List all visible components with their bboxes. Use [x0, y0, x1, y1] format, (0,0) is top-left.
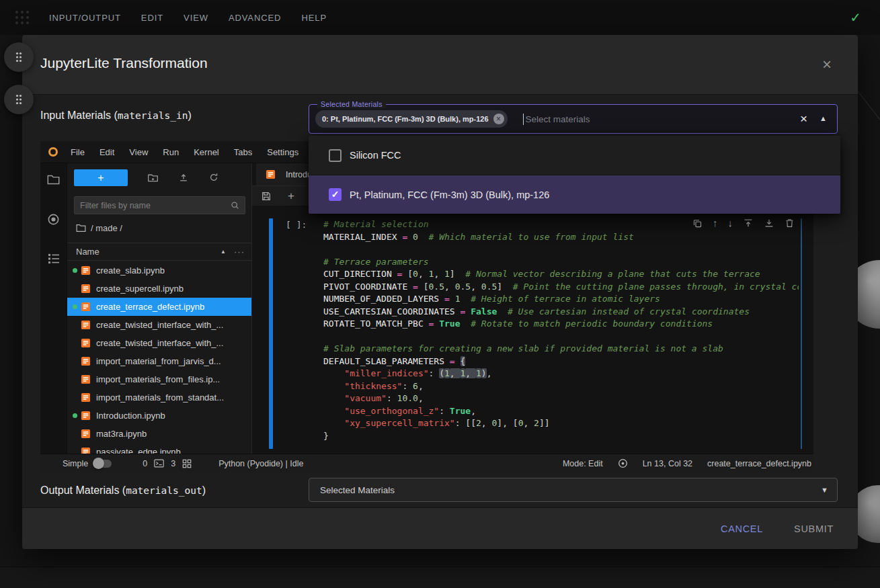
text-cursor: [523, 114, 524, 125]
file-item[interactable]: import_materials_from_files.ip...: [67, 370, 251, 388]
simple-mode-toggle[interactable]: [95, 460, 112, 468]
menu-item-help[interactable]: HELP: [301, 13, 327, 23]
new-launcher-button[interactable]: +: [74, 169, 128, 186]
file-browser-toolbar: +: [67, 163, 251, 192]
file-item[interactable]: import_material_from_jarvis_d...: [67, 352, 251, 370]
duplicate-cell-icon[interactable]: [692, 218, 703, 228]
material-option[interactable]: ✓Pt, Platinum, FCC (Fm-3m) 3D (Bulk), mp…: [309, 175, 840, 214]
menu-item-input-output[interactable]: INPUT/OUTPUT: [49, 13, 121, 23]
output-materials-select[interactable]: Selected Materials ▼: [309, 478, 838, 502]
chip-delete-icon[interactable]: ×: [493, 114, 504, 124]
jupyter-menu-view[interactable]: View: [122, 147, 155, 157]
insert-cell-below-icon[interactable]: [764, 218, 774, 228]
collapse-dropdown-icon[interactable]: ▲: [819, 114, 827, 122]
material-chip[interactable]: 0: Pt, Platinum, FCC (Fm-3m) 3D (Bulk), …: [315, 110, 508, 128]
dialog-title: JupyterLite Transformation: [40, 55, 208, 71]
table-of-contents-icon[interactable]: [48, 253, 60, 264]
file-name: create_twisted_interface_with_...: [96, 338, 227, 348]
filter-files-input[interactable]: Filter files by name: [74, 196, 245, 214]
combobox-placeholder[interactable]: Select materials: [526, 114, 590, 124]
code-cell[interactable]: [ ]: # Material selectionMATERIAL_INDEX …: [252, 206, 813, 454]
close-icon[interactable]: ×: [822, 55, 832, 74]
menu-item-edit[interactable]: EDIT: [141, 13, 163, 23]
file-item[interactable]: Introduction.ipynb: [67, 407, 251, 425]
submit-button[interactable]: SUBMIT: [794, 523, 834, 534]
refresh-icon[interactable]: [208, 172, 219, 183]
jupyter-statusbar: Simple 0 3 Python (Pyodide) | Idle Mode:…: [40, 454, 813, 472]
file-name: create_supercell.ipynb: [96, 284, 188, 294]
move-cell-up-icon[interactable]: ↑: [713, 218, 718, 228]
file-item[interactable]: mat3ra.ipynb: [67, 425, 251, 443]
jupyter-menu-settings[interactable]: Settings: [259, 147, 306, 157]
move-cell-down-icon[interactable]: ↓: [728, 218, 733, 228]
top-menubar: INPUT/OUTPUTEDITVIEWADVANCEDHELP ✓: [0, 0, 880, 35]
file-item[interactable]: import_materials_from_standat...: [67, 388, 251, 407]
jupyter-menu-edit[interactable]: Edit: [92, 147, 122, 157]
breadcrumb[interactable]: / made /: [76, 221, 122, 235]
drag-dots-icon: [15, 94, 22, 105]
floating-handle-button[interactable]: [4, 85, 34, 114]
notebook-file-icon: [81, 356, 91, 367]
insert-cell-icon[interactable]: +: [288, 190, 294, 203]
cancel-button[interactable]: CANCEL: [721, 523, 763, 534]
input-materials-variable: materials_in: [118, 110, 188, 121]
jupyter-menu: FileEditViewRunKernelTabsSettings: [63, 147, 306, 157]
notebook-file-icon: [81, 411, 91, 421]
file-item[interactable]: create_terrace_defect.ipynb: [67, 298, 251, 316]
terminals-count[interactable]: 0: [143, 459, 147, 468]
check-icon[interactable]: ✓: [850, 9, 861, 26]
output-materials-label: Output Materials (materials_out): [40, 485, 206, 497]
save-icon[interactable]: [261, 191, 272, 202]
selected-materials-combobox[interactable]: Selected Materials 0: Pt, Platinum, FCC …: [309, 104, 838, 134]
file-browser-icon[interactable]: [47, 174, 60, 185]
filter-placeholder: Filter files by name: [80, 201, 231, 210]
jupyter-menu-run[interactable]: Run: [155, 147, 186, 157]
upload-icon[interactable]: [178, 172, 189, 183]
checkbox-checked-icon[interactable]: ✓: [329, 188, 342, 201]
running-indicator: [71, 413, 79, 418]
code-line: # Terrace parameters: [323, 256, 799, 269]
clear-selection-icon[interactable]: ×: [800, 112, 807, 126]
breadcrumb-path: / made /: [91, 223, 122, 233]
delete-cell-icon[interactable]: [785, 218, 795, 228]
file-name: import_materials_from_files.ip...: [96, 374, 224, 384]
name-column-header[interactable]: Name: [76, 247, 99, 257]
file-list-header[interactable]: Name ▲ ···: [67, 243, 251, 261]
file-item[interactable]: passivate_edge.ipynb: [67, 443, 251, 454]
file-item[interactable]: create_twisted_interface_with_...: [67, 334, 251, 352]
material-option[interactable]: Silicon FCC: [309, 136, 840, 175]
cursor-position[interactable]: Ln 13, Col 32: [643, 459, 692, 468]
file-name: create_twisted_interface_with_...: [96, 320, 227, 330]
running-kernels-icon[interactable]: [47, 213, 60, 226]
terminal-icon[interactable]: [154, 459, 164, 468]
jupyter-menu-file[interactable]: File: [63, 147, 92, 157]
menu-item-view[interactable]: VIEW: [184, 13, 208, 23]
code-editor[interactable]: # Material selectionMATERIAL_INDEX = 0 #…: [323, 218, 799, 451]
sort-ascending-icon[interactable]: ▲: [221, 249, 226, 255]
jupyter-menu-tabs[interactable]: Tabs: [227, 147, 259, 157]
file-item[interactable]: create_slab.ipynb: [67, 261, 251, 280]
notification-icon[interactable]: [618, 458, 628, 468]
jupyter-menu-kernel[interactable]: Kernel: [186, 147, 227, 157]
menu-item-advanced[interactable]: ADVANCED: [229, 13, 281, 23]
file-name: import_material_from_jarvis_d...: [96, 356, 225, 366]
background-panel: [0, 567, 880, 588]
file-item[interactable]: create_supercell.ipynb: [67, 280, 251, 298]
editor-scroll-indicator[interactable]: [801, 218, 802, 449]
kernels-count[interactable]: 3: [171, 459, 175, 468]
kernel-status[interactable]: Python (Pyodide) | Idle: [218, 459, 303, 468]
kernel-grid-icon[interactable]: [182, 459, 192, 468]
insert-cell-above-icon[interactable]: [743, 218, 754, 228]
material-option-label: Pt, Platinum, FCC (Fm-3m) 3D (Bulk), mp-…: [350, 190, 549, 200]
output-materials-label-text: Output Materials (: [40, 485, 126, 496]
checkbox-icon[interactable]: [329, 149, 342, 162]
combobox-legend: Selected Materials: [317, 100, 386, 108]
floating-handle-button[interactable]: [4, 42, 34, 72]
file-name: create_terrace_defect.ipynb: [96, 302, 208, 312]
input-materials-label-text: Input Materials (: [40, 110, 118, 121]
notebook-file-icon: [81, 447, 91, 454]
activity-sidebar: [40, 163, 67, 454]
file-item[interactable]: create_twisted_interface_with_...: [67, 316, 251, 334]
more-icon[interactable]: ···: [234, 247, 245, 257]
new-folder-icon[interactable]: [147, 172, 159, 183]
